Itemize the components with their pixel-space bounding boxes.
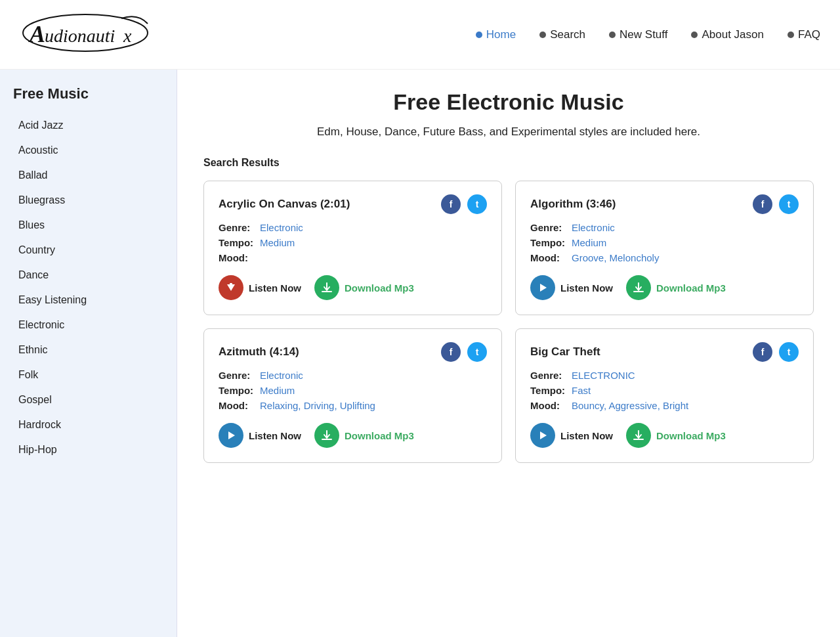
sidebar-item-acoustic[interactable]: Acoustic [13, 138, 163, 163]
sidebar-title: Free Music [13, 85, 163, 102]
listen-button-1[interactable]: Listen Now [530, 275, 613, 300]
listen-button-0[interactable]: Listen Now [219, 275, 301, 300]
card-tempo-field-0: Tempo: Medium [219, 237, 487, 248]
page-subtitle: Edm, House, Dance, Future Bass, and Expe… [203, 125, 814, 139]
sidebar: Free Music Acid Jazz Acoustic Ballad Blu… [0, 70, 177, 637]
card-title-0: Acrylic On Canvas (2:01) [219, 198, 434, 211]
svg-text:A: A [28, 21, 45, 47]
nav-home-label: Home [486, 28, 516, 41]
card-mood-field-0: Mood: [219, 252, 487, 263]
music-card-1: Algorithm (3:46) f t Genre: Electronic T… [515, 181, 814, 315]
cards-grid: Acrylic On Canvas (2:01) f t Genre: Elec… [203, 181, 814, 463]
download-icon-3 [626, 423, 651, 448]
listen-button-3[interactable]: Listen Now [530, 423, 613, 448]
navigation: Home Search New Stuff About Jason FAQ [177, 28, 820, 41]
card-mood-field-3: Mood: Bouncy, Aggressive, Bright [530, 400, 799, 411]
sidebar-item-acid-jazz[interactable]: Acid Jazz [13, 113, 163, 138]
card-title-2: Azitmuth (4:14) [219, 345, 434, 359]
sidebar-item-hardrock[interactable]: Hardrock [13, 412, 163, 437]
sidebar-item-easy-listening[interactable]: Easy Listening [13, 288, 163, 313]
svg-marker-7 [228, 431, 235, 439]
twitter-icon-2[interactable]: t [467, 342, 487, 362]
sidebar-item-ethnic[interactable]: Ethnic [13, 338, 163, 362]
card-tempo-value-3: Fast [572, 385, 591, 396]
card-title-1: Algorithm (3:46) [530, 198, 746, 211]
download-button-2[interactable]: Download Mp3 [314, 423, 414, 448]
sidebar-item-blues[interactable]: Blues [13, 213, 163, 238]
listen-label-3: Listen Now [560, 430, 613, 441]
download-label-0: Download Mp3 [345, 282, 414, 294]
card-tempo-value-1: Medium [572, 237, 606, 248]
card-header-3: Big Car Theft f t [530, 342, 799, 362]
listen-icon-2 [219, 423, 243, 448]
listen-label-0: Listen Now [249, 282, 301, 294]
card-actions-0: Listen Now Download Mp3 [219, 275, 487, 300]
nav-dot-about-jason [691, 32, 698, 38]
nav-new-stuff[interactable]: New Stuff [609, 28, 667, 41]
search-results-label: Search Results [203, 157, 814, 169]
download-icon-1 [626, 275, 651, 300]
card-mood-value-3: Bouncy, Aggressive, Bright [572, 400, 688, 411]
sidebar-item-electronic[interactable]: Electronic [13, 313, 163, 338]
sidebar-item-hip-hop[interactable]: Hip-Hop [13, 437, 163, 462]
card-genre-value-3: ELECTRONIC [572, 370, 635, 381]
listen-button-2[interactable]: Listen Now [219, 423, 301, 448]
music-card-2: Azitmuth (4:14) f t Genre: Electronic Te… [203, 328, 502, 463]
card-tempo-value-0: Medium [260, 237, 295, 248]
card-mood-field-1: Mood: Groove, Meloncholy [530, 252, 799, 263]
card-actions-2: Listen Now Download Mp3 [219, 423, 487, 448]
download-label-2: Download Mp3 [345, 430, 414, 441]
listen-icon-1 [530, 275, 555, 300]
nav-search[interactable]: Search [539, 28, 585, 41]
download-icon-0 [314, 275, 339, 300]
nav-search-label: Search [550, 28, 585, 41]
facebook-icon-2[interactable]: f [441, 342, 461, 362]
download-button-0[interactable]: Download Mp3 [314, 275, 414, 300]
music-card-3: Big Car Theft f t Genre: ELECTRONIC Temp… [515, 328, 814, 463]
card-mood-field-2: Mood: Relaxing, Driving, Uplifting [219, 400, 487, 411]
page-title: Free Electronic Music [203, 89, 814, 115]
nav-faq[interactable]: FAQ [788, 28, 820, 41]
logo[interactable]: A udionauti x [20, 12, 151, 57]
card-genre-value-2: Electronic [260, 370, 303, 381]
sidebar-item-dance[interactable]: Dance [13, 263, 163, 288]
card-header-2: Azitmuth (4:14) f t [219, 342, 487, 362]
sidebar-item-ballad[interactable]: Ballad [13, 163, 163, 188]
card-title-3: Big Car Theft [530, 345, 746, 359]
download-button-3[interactable]: Download Mp3 [626, 423, 726, 448]
svg-marker-4 [227, 284, 235, 291]
sidebar-item-country[interactable]: Country [13, 238, 163, 263]
page-layout: Free Music Acid Jazz Acoustic Ballad Blu… [0, 70, 840, 637]
card-mood-value-1: Groove, Meloncholy [572, 252, 659, 263]
nav-home[interactable]: Home [476, 28, 516, 41]
sidebar-item-bluegrass[interactable]: Bluegrass [13, 188, 163, 213]
twitter-icon-0[interactable]: t [467, 194, 487, 214]
nav-dot-faq [788, 32, 794, 38]
sidebar-item-gospel[interactable]: Gospel [13, 387, 163, 412]
header: A udionauti x Home Search New Stuff Abou… [0, 0, 840, 70]
sidebar-item-folk[interactable]: Folk [13, 362, 163, 387]
download-label-1: Download Mp3 [656, 282, 726, 294]
card-genre-field-2: Genre: Electronic [219, 370, 487, 381]
card-genre-value-1: Electronic [572, 222, 615, 233]
nav-about-jason[interactable]: About Jason [691, 28, 764, 41]
facebook-icon-3[interactable]: f [753, 342, 772, 362]
twitter-icon-3[interactable]: t [779, 342, 799, 362]
svg-rect-5 [230, 283, 232, 285]
svg-marker-6 [540, 284, 547, 292]
card-actions-1: Listen Now Download Mp3 [530, 275, 799, 300]
nav-about-jason-label: About Jason [702, 28, 764, 41]
facebook-icon-1[interactable]: f [753, 194, 772, 214]
card-genre-field-0: Genre: Electronic [219, 222, 487, 233]
main-content: Free Electronic Music Edm, House, Dance,… [177, 70, 840, 637]
nav-dot-search [539, 32, 546, 38]
music-card-0: Acrylic On Canvas (2:01) f t Genre: Elec… [203, 181, 502, 315]
card-tempo-value-2: Medium [260, 385, 295, 396]
download-button-1[interactable]: Download Mp3 [626, 275, 726, 300]
twitter-icon-1[interactable]: t [779, 194, 799, 214]
listen-label-1: Listen Now [560, 282, 613, 294]
card-tempo-field-3: Tempo: Fast [530, 385, 799, 396]
listen-icon-3 [530, 423, 555, 448]
facebook-icon-0[interactable]: f [441, 194, 461, 214]
download-label-3: Download Mp3 [656, 430, 726, 441]
